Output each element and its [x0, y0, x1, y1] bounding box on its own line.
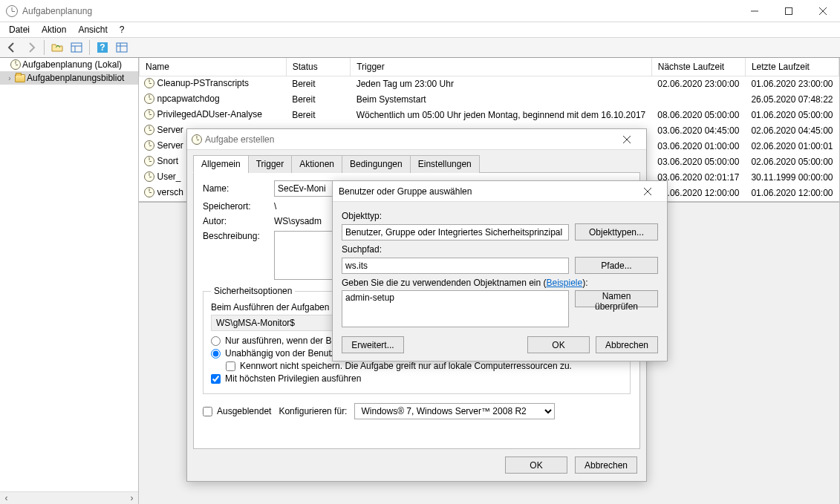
scroll-right-icon[interactable]: › — [126, 493, 138, 503]
task-trigger: Wöchentlich um 05:00 Uhr jeden Montag, b… — [351, 108, 652, 123]
tab-conditions[interactable]: Bedingungen — [342, 155, 411, 173]
table-row[interactable]: Cleanup-PSTranscriptsBereitJeden Tag um … — [140, 76, 839, 92]
chk-highest[interactable]: Mit höchsten Privilegien ausführen — [211, 373, 622, 384]
task-last: 01.06.2020 23:00:00 — [745, 76, 839, 92]
app-icon — [6, 5, 18, 17]
clock-icon — [144, 187, 154, 197]
dialog-titlebar[interactable]: Aufgabe erstellen — [187, 129, 646, 150]
menu-help[interactable]: ? — [115, 23, 129, 36]
dialog-titlebar[interactable]: Benutzer oder Gruppe auswählen — [333, 181, 667, 202]
clock-icon — [144, 140, 154, 151]
ok-button[interactable]: OK — [527, 336, 590, 353]
col-name[interactable]: Name — [140, 58, 287, 76]
menu-action[interactable]: Aktion — [37, 23, 71, 36]
task-last: 02.06.2020 05:00:00 — [745, 154, 839, 170]
enter-label: Geben Sie die zu verwendenden Objektname… — [342, 278, 658, 288]
object-name-field[interactable]: admin-setup — [342, 290, 569, 327]
label-location: Speicherort: — [203, 201, 268, 212]
menu-file[interactable]: Datei — [4, 23, 34, 36]
label-author: Autor: — [203, 216, 268, 226]
forward-button[interactable] — [22, 39, 40, 56]
tab-strip: Allgemein Trigger Aktionen Bedingungen E… — [193, 154, 640, 173]
clock-icon — [144, 156, 154, 166]
task-next: 02.06.2020 23:00:00 — [651, 76, 745, 92]
cancel-button[interactable]: Abbrechen — [575, 456, 637, 474]
close-button[interactable] — [806, 0, 840, 22]
list-icon[interactable] — [113, 39, 131, 56]
table-row[interactable]: npcapwatchdogBereitBeim Systemstart26.05… — [140, 92, 839, 108]
configfor-label: Konfigurieren für: — [279, 406, 347, 416]
tab-general[interactable]: Allgemein — [193, 155, 249, 173]
menu-view[interactable]: Ansicht — [74, 23, 111, 36]
chk-hidden[interactable]: Ausgeblendet — [203, 406, 271, 416]
help-icon[interactable]: ? — [94, 39, 111, 56]
svg-rect-0 — [786, 7, 792, 14]
table-row[interactable]: PrivilegedADUser-AnalyseBereitWöchentlic… — [140, 108, 839, 123]
task-next: 03.06.2020 01:00:00 — [651, 139, 745, 154]
col-status[interactable]: Status — [286, 58, 351, 76]
check-names-button[interactable]: Namen überprüfen — [575, 290, 658, 307]
tree-library[interactable]: › Aufgabenplanungsbibliot — [0, 71, 138, 85]
objtype-field — [342, 224, 569, 240]
author-value: WS\sysadm — [274, 216, 322, 226]
window-title: Aufgabenplanung — [22, 6, 92, 16]
close-icon[interactable] — [633, 181, 662, 202]
task-name: versch — [157, 187, 183, 197]
expand-icon[interactable]: › — [6, 74, 13, 82]
tree-panel: Aufgabenplanung (Lokal) › Aufgabenplanun… — [0, 58, 139, 504]
col-next[interactable]: Nächste Laufzeit — [651, 58, 745, 76]
svg-rect-1 — [71, 43, 82, 52]
scroll-left-icon[interactable]: ‹ — [0, 493, 13, 503]
configfor-select[interactable]: Windows® 7, Windows Server™ 2008 R2 — [354, 403, 555, 419]
tab-actions[interactable]: Aktionen — [291, 155, 342, 173]
back-button[interactable] — [3, 39, 21, 56]
task-next — [651, 92, 745, 108]
paths-button[interactable]: Pfade... — [575, 257, 658, 274]
maximize-button[interactable] — [772, 0, 806, 22]
task-name: Server — [157, 140, 183, 151]
clock-icon — [144, 109, 154, 120]
clock-icon — [144, 171, 154, 182]
col-trigger[interactable]: Trigger — [351, 58, 652, 76]
tree-library-label: Aufgabenplanungsbibliot — [27, 73, 124, 83]
open-folder-icon[interactable] — [48, 39, 66, 56]
task-next: 03.06.2020 04:45:00 — [651, 123, 745, 139]
task-status: Bereit — [286, 76, 351, 92]
tree-root[interactable]: Aufgabenplanung (Lokal) — [0, 58, 138, 71]
tab-trigger[interactable]: Trigger — [248, 155, 293, 173]
task-trigger: Jeden Tag um 23:00 Uhr — [351, 76, 652, 92]
cancel-button[interactable]: Abbrechen — [596, 336, 658, 353]
chk-nopassword[interactable]: Kennwort nicht speichern. Die Aufgabe gr… — [226, 361, 622, 371]
svg-text:?: ? — [100, 42, 105, 53]
task-trigger: Beim Systemstart — [351, 92, 652, 108]
col-last[interactable]: Letzte Laufzeit — [745, 58, 839, 76]
task-last: 01.06.2020 05:00:00 — [745, 108, 839, 123]
task-last: 02.06.2020 04:45:00 — [745, 123, 839, 139]
ok-button[interactable]: OK — [505, 456, 567, 474]
tab-settings[interactable]: Einstellungen — [410, 155, 480, 173]
svg-rect-6 — [117, 43, 127, 52]
panels-icon[interactable] — [68, 39, 85, 56]
task-name: Cleanup-PSTranscripts — [157, 78, 250, 88]
label-desc: Beschreibung: — [203, 231, 268, 241]
advanced-button[interactable]: Erweitert... — [342, 336, 404, 353]
objtype-label: Objekttyp: — [342, 211, 658, 221]
task-last: 26.05.2020 07:48:22 — [745, 92, 839, 108]
examples-link[interactable]: Beispiele — [547, 278, 583, 288]
select-user-dialog: Benutzer oder Gruppe auswählen Objekttyp… — [332, 180, 668, 361]
menu-bar: Datei Aktion Ansicht ? — [0, 22, 840, 37]
window-titlebar: Aufgabenplanung — [0, 0, 840, 22]
clock-icon — [144, 94, 154, 104]
clock-icon — [192, 134, 202, 145]
folder-icon — [15, 74, 25, 82]
tree-scrollbar[interactable]: ‹ › — [0, 491, 138, 504]
clock-icon — [10, 59, 21, 70]
minimize-button[interactable] — [738, 0, 772, 22]
close-icon[interactable] — [612, 129, 642, 150]
security-legend: Sicherheitsoptionen — [211, 286, 295, 296]
location-value: \ — [274, 201, 276, 212]
objtypes-button[interactable]: Objekttypen... — [575, 223, 658, 240]
tree-root-label: Aufgabenplanung (Lokal) — [22, 59, 122, 70]
task-name: npcapwatchdog — [157, 94, 220, 104]
task-name: Server — [157, 125, 183, 135]
